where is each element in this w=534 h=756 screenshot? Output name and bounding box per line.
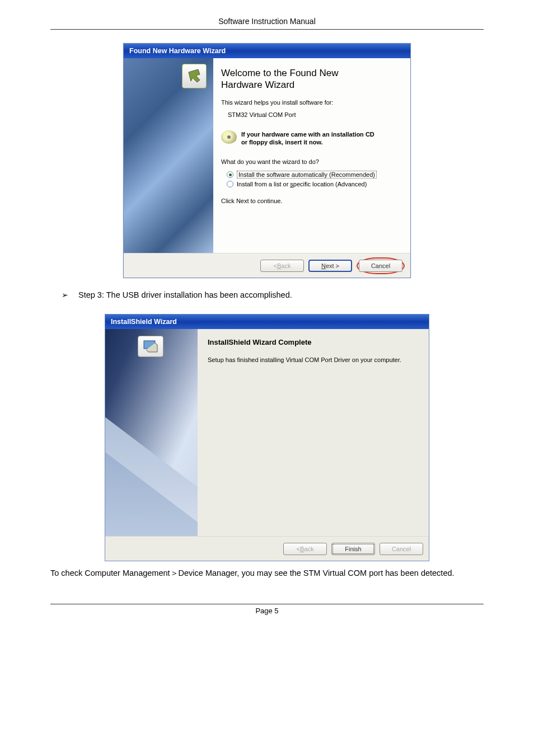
next-button[interactable]: Next > [308, 260, 352, 272]
cancel-button: Cancel [380, 543, 423, 555]
step3-text: Step 3: The USB driver installation has … [78, 290, 292, 299]
dialog1-side-panel [124, 58, 213, 253]
radio-dot-unselected-icon [227, 181, 233, 187]
computer-icon [138, 336, 163, 357]
dialog1-continue: Click Next to continue. [221, 198, 402, 204]
dialog2-titlebar: InstallShield Wizard [105, 314, 429, 329]
dialog1-titlebar: Found New Hardware Wizard [124, 44, 410, 58]
dialog2-side-panel [105, 329, 198, 536]
dialog2-heading: InstallShield Wizard Complete [208, 338, 419, 346]
dialog1-button-row: < Back Next > Cancel [124, 253, 410, 278]
radio-auto-install[interactable]: Install the software automatically (Reco… [227, 171, 402, 179]
back-button: < Back [283, 543, 327, 555]
radio-auto-label: Install the software automatically (Reco… [237, 171, 377, 179]
cancel-highlight-annotation: Cancel [357, 257, 405, 274]
step3-line: ➢ Step 3: The USB driver installation ha… [62, 290, 484, 299]
radio-specific-location[interactable]: Install from a list or specific location… [227, 181, 402, 187]
back-button: < Back [260, 260, 304, 272]
radio-dot-selected-icon [227, 171, 233, 178]
dialog1-prompt: What do you want the wizard to do? [221, 158, 402, 165]
page-footer: Page 5 [50, 604, 484, 615]
found-new-hardware-wizard-dialog: Found New Hardware Wizard Welcome to the… [123, 43, 411, 278]
outro-text: To check Computer Management＞Device Mana… [50, 566, 484, 581]
finish-button[interactable]: Finish [331, 543, 375, 555]
cancel-button[interactable]: Cancel [359, 260, 402, 272]
page-header: Software Instruction Manual [50, 17, 484, 30]
hardware-icon [182, 64, 207, 88]
dialog1-device-name: STM32 Virtual COM Port [221, 111, 402, 118]
dialog1-intro: This wizard helps you install software f… [221, 99, 402, 106]
bullet-arrow-icon: ➢ [62, 290, 68, 299]
dialog1-heading: Welcome to the Found New Hardware Wizard [221, 67, 402, 91]
installshield-wizard-dialog: InstallShield Wizard InstallShield Wizar… [105, 314, 429, 561]
dialog2-button-row: < Back Finish Cancel [105, 536, 429, 561]
cd-hint-row: If your hardware came with an installati… [221, 130, 402, 147]
dialog2-body-text: Setup has finished installing Virtual CO… [208, 356, 419, 363]
radio-specific-label: Install from a list or specific location… [237, 181, 367, 187]
cd-icon [221, 130, 237, 144]
